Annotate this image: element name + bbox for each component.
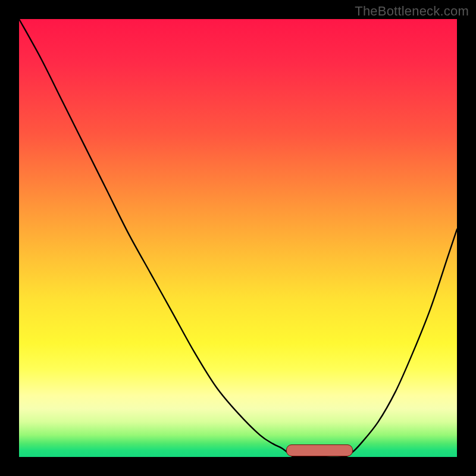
minimum-marker: [286, 444, 353, 456]
watermark-text: TheBottleneck.com: [355, 4, 469, 19]
bottleneck-curve: [19, 19, 457, 457]
plot-area: [19, 19, 457, 457]
chart-frame: TheBottleneck.com: [0, 0, 476, 476]
